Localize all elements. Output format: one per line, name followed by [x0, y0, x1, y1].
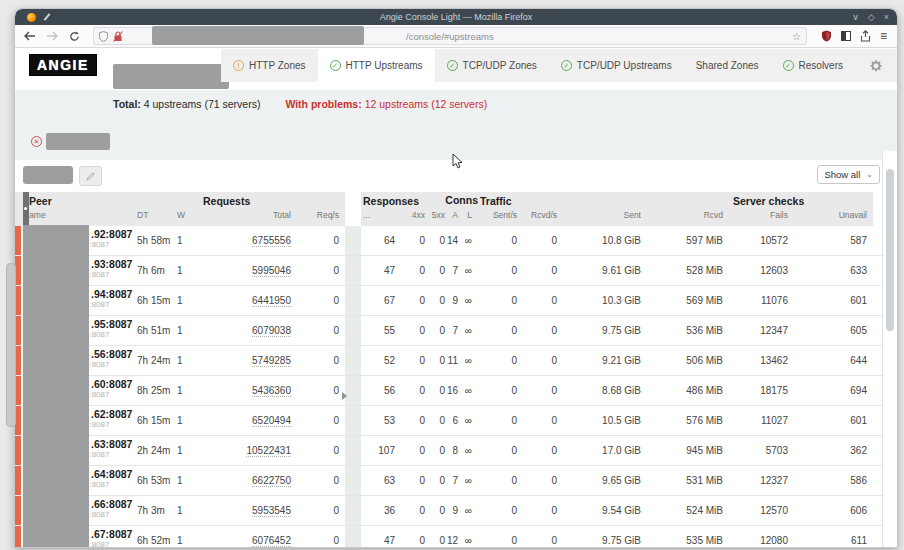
pane-splitter[interactable]: [345, 286, 361, 315]
scrollbar-thumb[interactable]: [886, 169, 894, 331]
back-button[interactable]: [21, 28, 39, 44]
pane-splitter[interactable]: [345, 346, 361, 375]
settings-gear-icon[interactable]: [855, 49, 897, 82]
tab-http-zones[interactable]: !HTTP Zones: [221, 49, 318, 82]
cell-total[interactable]: 6441950: [201, 286, 297, 315]
table-row[interactable]: .95:8087 5:8087 6h 51m 1 6079038 0 55 0 …: [15, 316, 897, 346]
table-row[interactable]: .92:8087 2:8087 5h 58m 1 6755556 0 64 0 …: [15, 226, 897, 256]
pane-splitter[interactable]: [345, 406, 361, 435]
peer-address[interactable]: .95:8087: [91, 319, 135, 330]
close-button[interactable]: ×: [884, 9, 889, 25]
vertical-scrollbar[interactable]: [882, 151, 897, 547]
col-fails[interactable]: Fails: [729, 210, 794, 226]
col-rcvd-s[interactable]: Rcvd/s: [523, 210, 563, 226]
peer-name-cell[interactable]: .64:8087 4:8087: [21, 466, 135, 495]
cell-total[interactable]: 6079038: [201, 316, 297, 345]
group-peer[interactable]: Peer: [15, 192, 201, 210]
col-w[interactable]: W: [175, 210, 201, 226]
col-rcvd[interactable]: Rcvd: [647, 210, 729, 226]
cell-total[interactable]: 10522431: [201, 436, 297, 465]
pane-splitter[interactable]: [345, 316, 361, 345]
permissions-shield-icon[interactable]: [99, 31, 108, 42]
tab-resolvers[interactable]: ✓Resolvers: [771, 49, 855, 82]
window-titlebar[interactable]: Angie Console Light — Mozilla Firefox ∨ …: [15, 9, 897, 25]
peer-name-cell[interactable]: .66:8087 6:8087: [21, 496, 135, 525]
cell-total[interactable]: 5436360: [201, 376, 297, 405]
reload-button[interactable]: [65, 28, 83, 44]
col-unavail[interactable]: Unavail: [794, 210, 873, 226]
peer-name-cell[interactable]: .95:8087 5:8087: [21, 316, 135, 345]
redacted-upstream-name[interactable]: [46, 133, 110, 150]
peer-name-cell[interactable]: .94:8087 4:8087: [21, 286, 135, 315]
peer-address[interactable]: .92:8087: [91, 229, 135, 240]
splitter-expand-icon[interactable]: [342, 392, 347, 400]
adblock-shield-icon[interactable]: [821, 30, 832, 42]
cell-total[interactable]: 5749285: [201, 346, 297, 375]
peer-name-cell[interactable]: .67:8087 7:8087: [21, 526, 135, 548]
column-drag-handle[interactable]: [23, 192, 29, 226]
group-requests[interactable]: Requests: [201, 192, 345, 210]
col-reqs[interactable]: Req/s: [297, 210, 345, 226]
table-row[interactable]: .94:8087 4:8087 6h 15m 1 6441950 0 67 0 …: [15, 286, 897, 316]
cell-total[interactable]: 6755556: [201, 226, 297, 255]
table-row[interactable]: .60:8087 0:8087 8h 25m 1 5436360 0 56 0 …: [15, 376, 897, 406]
pane-splitter[interactable]: [345, 256, 361, 285]
group-conns[interactable]: Conns: [451, 192, 478, 210]
pane-splitter[interactable]: [345, 466, 361, 495]
edit-button[interactable]: [79, 166, 102, 186]
cell-total[interactable]: 5995046: [201, 256, 297, 285]
minimize-button[interactable]: ∨: [852, 9, 859, 25]
col-4xx[interactable]: 4xx: [401, 210, 431, 226]
tab-http-upstreams[interactable]: ✓HTTP Upstreams: [318, 49, 435, 82]
tab-tcp-udp-upstreams[interactable]: ✓TCP/UDP Upstreams: [549, 49, 684, 82]
table-row[interactable]: .93:8087 3:8087 7h 6m 1 5995046 0 47 0 0…: [15, 256, 897, 286]
peer-address[interactable]: .93:8087: [91, 259, 135, 270]
cell-total[interactable]: 6520494: [201, 406, 297, 435]
peer-name-cell[interactable]: .93:8087 3:8087: [21, 256, 135, 285]
pane-splitter[interactable]: [345, 376, 361, 405]
peer-address[interactable]: .94:8087: [91, 289, 135, 300]
col-other[interactable]: ...: [361, 210, 401, 226]
peer-address[interactable]: .62:8087: [91, 409, 135, 420]
peer-address[interactable]: .67:8087: [91, 529, 135, 540]
col-5xx[interactable]: 5xx: [431, 210, 451, 226]
peer-address[interactable]: .66:8087: [91, 499, 135, 510]
bookmark-star-icon[interactable]: ☆: [792, 31, 801, 42]
group-traffic[interactable]: Traffic: [478, 192, 729, 210]
peer-address[interactable]: .56:8087: [91, 349, 135, 360]
peer-address[interactable]: .60:8087: [91, 379, 135, 390]
table-row[interactable]: .56:8087 6:8087 7h 24m 1 5749285 0 52 0 …: [15, 346, 897, 376]
peer-name-cell[interactable]: .63:8087 3:8087: [21, 436, 135, 465]
col-l[interactable]: L: [464, 210, 478, 226]
peer-address[interactable]: .63:8087: [91, 439, 135, 450]
peer-name-cell[interactable]: .56:8087 6:8087: [21, 346, 135, 375]
url-text[interactable]: /console/#upstreams: [406, 31, 494, 42]
show-all-select[interactable]: Show all ⌄: [817, 165, 880, 184]
peer-name-cell[interactable]: .62:8087 2:8087: [21, 406, 135, 435]
pane-splitter[interactable]: [345, 226, 361, 255]
redacted-upstream-button[interactable]: [23, 166, 73, 184]
table-row[interactable]: .64:8087 4:8087 6h 53m 1 6622750 0 63 0 …: [15, 466, 897, 496]
pane-splitter[interactable]: [345, 526, 361, 548]
share-icon[interactable]: [860, 30, 871, 42]
maximize-button[interactable]: ◇: [868, 9, 875, 25]
left-overlay-scrollbar[interactable]: [6, 263, 16, 427]
cell-total[interactable]: 5953545: [201, 496, 297, 525]
col-dt[interactable]: DT: [135, 210, 175, 226]
url-bar[interactable]: /console/#upstreams ☆: [93, 27, 807, 45]
forward-button[interactable]: [43, 28, 61, 44]
group-responses[interactable]: Responses: [361, 192, 451, 210]
peer-name-cell[interactable]: .92:8087 2:8087: [21, 226, 135, 255]
tab-shared-zones[interactable]: Shared Zones: [684, 49, 771, 82]
group-server-checks[interactable]: Server checks: [729, 192, 873, 210]
peer-address[interactable]: .64:8087: [91, 469, 135, 480]
table-row[interactable]: .62:8087 2:8087 6h 15m 1 6520494 0 53 0 …: [15, 406, 897, 436]
pane-splitter[interactable]: [345, 436, 361, 465]
pane-splitter[interactable]: [345, 496, 361, 525]
tab-tcp-udp-zones[interactable]: ✓TCP/UDP Zones: [435, 49, 549, 82]
peer-name-cell[interactable]: .60:8087 0:8087: [21, 376, 135, 405]
col-sent-s[interactable]: Sent/s: [478, 210, 523, 226]
col-total[interactable]: Total: [201, 210, 297, 226]
pane-splitter[interactable]: [345, 192, 361, 210]
table-row[interactable]: .63:8087 3:8087 2h 24m 1 10522431 0 107 …: [15, 436, 897, 466]
